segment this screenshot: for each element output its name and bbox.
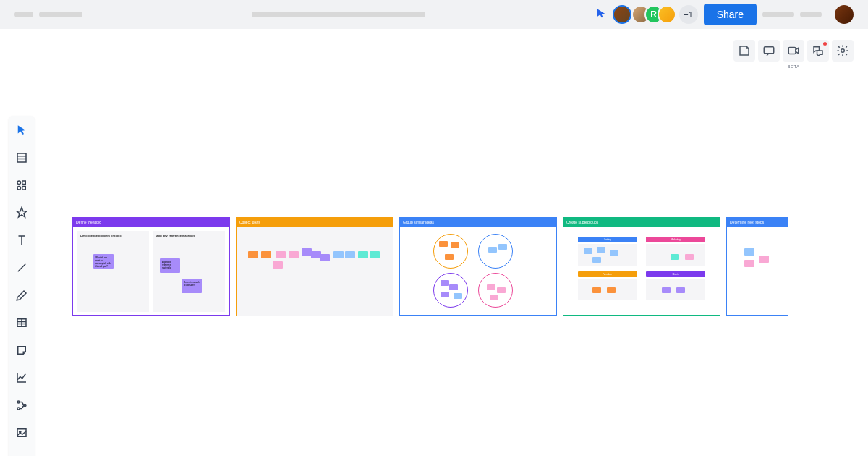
sticky-note[interactable]	[441, 292, 449, 297]
header-left	[14, 12, 82, 17]
notification-dot	[823, 42, 827, 46]
svg-rect-0	[764, 47, 774, 54]
sticky-note[interactable]	[592, 287, 601, 293]
frame-header: Determine next steps	[727, 218, 788, 227]
top-right-toolbar: BETA	[733, 40, 854, 62]
sticky-note[interactable]	[451, 242, 459, 248]
sticky-note[interactable]: Recent research to consider	[182, 279, 202, 293]
sticky-note[interactable]	[685, 254, 694, 260]
chart-tool[interactable]	[13, 369, 30, 387]
line-tool[interactable]	[13, 259, 30, 276]
menu-placeholder-2	[800, 12, 822, 17]
sticky-note[interactable]: Additional reference materials	[160, 258, 180, 273]
sticky-note[interactable]	[358, 251, 368, 258]
sticky-note[interactable]	[488, 247, 497, 253]
sticky-note[interactable]	[607, 287, 616, 293]
sticky-note[interactable]	[662, 287, 671, 293]
app-header: R +1 Share	[0, 0, 868, 29]
sticky-note[interactable]: What do we want to accomplish with this …	[93, 254, 114, 269]
col-describe: Describe the problem or topic	[77, 231, 149, 312]
svg-point-6	[17, 181, 21, 185]
text-tool[interactable]	[13, 232, 30, 249]
svg-line-10	[18, 264, 26, 272]
frame-tool[interactable]	[13, 452, 30, 456]
sticky-note[interactable]	[439, 241, 448, 247]
sticky-note[interactable]	[370, 251, 380, 258]
user-avatar[interactable]	[835, 5, 854, 24]
pen-tool[interactable]	[13, 287, 30, 304]
group-circle[interactable]	[433, 273, 468, 308]
collaborator-avatars[interactable]: R	[637, 5, 676, 24]
svg-rect-7	[22, 181, 26, 185]
chat-icon[interactable]	[807, 40, 829, 62]
more-collaborators[interactable]: +1	[679, 5, 698, 24]
col-title: Describe the problem or topic	[80, 234, 146, 237]
svg-rect-3	[17, 153, 26, 162]
category-vendors[interactable]: Vendors	[578, 271, 637, 277]
table-tool[interactable]	[13, 314, 30, 332]
group-circle[interactable]	[478, 273, 513, 308]
sticky-note[interactable]	[320, 254, 330, 261]
svg-rect-9	[22, 187, 26, 190]
col-title: Add any reference materials	[156, 234, 222, 237]
sticky-note[interactable]	[671, 254, 679, 260]
video-icon[interactable]: BETA	[783, 40, 804, 62]
sticky-note[interactable]	[597, 247, 605, 253]
sticky-note[interactable]	[289, 251, 299, 258]
svg-point-15	[17, 401, 20, 403]
sticky-note[interactable]	[276, 251, 286, 258]
frame-collect-ideas[interactable]: Collect ideas	[236, 217, 393, 316]
sticky-note[interactable]	[584, 248, 592, 254]
comment-icon[interactable]	[758, 40, 780, 62]
category-setting[interactable]: Setting	[578, 237, 637, 242]
sticky-note[interactable]	[744, 248, 754, 256]
sticky-note[interactable]	[498, 244, 507, 250]
sticky-note[interactable]	[592, 257, 601, 263]
left-toolbar	[9, 116, 35, 456]
note-icon[interactable]	[733, 40, 755, 62]
frame-supergroups[interactable]: Create supergroups Setting Marketing Ven…	[563, 217, 720, 316]
frame-next-steps[interactable]: Determine next steps	[726, 217, 788, 316]
category-clients[interactable]: Clients	[646, 271, 705, 277]
select-tool[interactable]	[13, 122, 30, 139]
sticky-note[interactable]	[333, 251, 344, 258]
image-tool[interactable]	[13, 424, 30, 442]
category-marketing[interactable]: Marketing	[646, 237, 705, 242]
shapes-tool[interactable]	[13, 177, 30, 194]
collaborator-avatar-3[interactable]	[658, 5, 676, 24]
sticky-tool[interactable]	[13, 342, 30, 359]
sticky-note[interactable]	[759, 256, 769, 263]
sticky-note[interactable]	[454, 293, 462, 299]
group-circle[interactable]	[433, 234, 468, 269]
sticky-note[interactable]	[449, 284, 458, 290]
beta-badge: BETA	[787, 64, 799, 69]
template-tool[interactable]	[13, 149, 30, 166]
sticky-note[interactable]	[302, 248, 312, 256]
sticky-note[interactable]	[441, 280, 449, 286]
presenter-avatar[interactable]	[613, 5, 631, 24]
star-tool[interactable]	[13, 204, 30, 221]
share-button[interactable]: Share	[704, 4, 757, 25]
canvas[interactable]: Define the topic Describe the problem or…	[72, 217, 788, 316]
sticky-note[interactable]	[744, 260, 754, 267]
sticky-note[interactable]	[273, 261, 283, 269]
settings-icon[interactable]	[832, 40, 854, 62]
sticky-note[interactable]	[261, 251, 271, 258]
sticky-note[interactable]	[610, 250, 618, 256]
header-right: R +1 Share	[595, 4, 854, 25]
cursor-icon[interactable]	[595, 8, 607, 22]
frame-define-topic[interactable]: Define the topic Describe the problem or…	[72, 217, 230, 316]
sticky-note[interactable]	[497, 287, 506, 293]
breadcrumb-placeholder	[252, 12, 425, 17]
frame-group-ideas[interactable]: Group similar ideas	[399, 217, 557, 316]
sticky-note[interactable]	[676, 287, 685, 293]
svg-rect-1	[788, 48, 796, 54]
connector-tool[interactable]	[13, 397, 30, 414]
sticky-note[interactable]	[490, 295, 498, 300]
sticky-note[interactable]	[248, 251, 258, 258]
logo-placeholder	[14, 12, 33, 17]
sticky-note[interactable]	[345, 251, 355, 258]
sticky-note[interactable]	[487, 284, 495, 290]
sticky-note[interactable]	[445, 254, 454, 260]
header-center	[91, 12, 587, 17]
